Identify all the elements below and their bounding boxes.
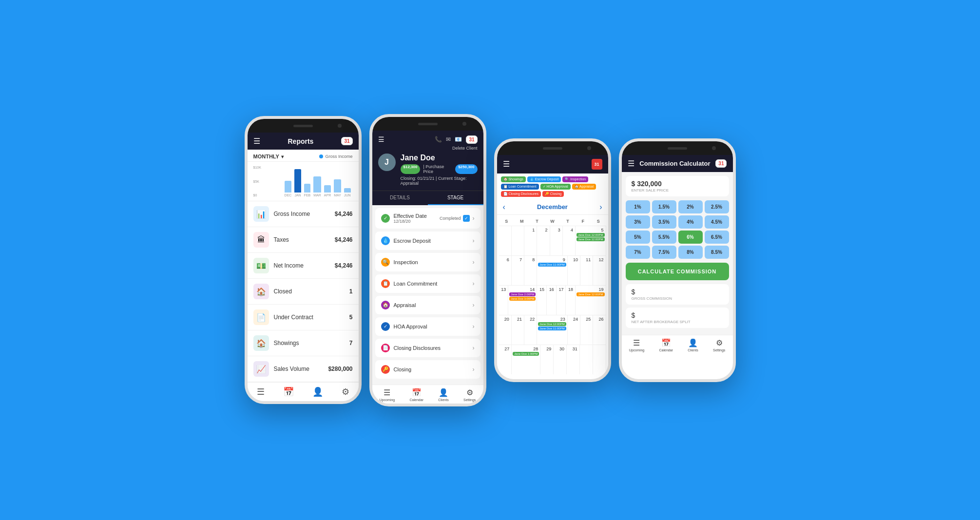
rate-6[interactable]: 6%	[678, 231, 703, 244]
rate-3[interactable]: 3%	[626, 215, 650, 229]
calculate-commission-btn[interactable]: CALCULATE COMMISSION	[626, 263, 729, 280]
check-box: ✓	[463, 215, 470, 222]
effective-right: Completed ✓ ›	[440, 215, 475, 222]
under-contract-icon: 📄	[253, 309, 269, 325]
bar-chart: DEC JAN FEB MAR APR MAY JUN	[283, 168, 353, 197]
closing-info: Closing: 01/21/21 | Current Stage: Appra…	[401, 176, 478, 186]
commission-badge: $12,300	[401, 164, 421, 174]
phone-1: ☰ Reports 31 MONTHLY ▾ Gross Income	[245, 116, 362, 404]
stage-inspection[interactable]: 🔍 Inspection ›	[375, 253, 480, 271]
tab-stage[interactable]: STAGE	[428, 191, 483, 205]
chart-container: $10K $5K $0 DEC JAN FEB MAR APR MAY JUN	[253, 166, 353, 197]
closed-icon: 🏠	[253, 284, 269, 299]
rate-2[interactable]: 2%	[678, 200, 703, 213]
sale-price-box[interactable]: $ 320,000 ENTER SALE PRICE	[626, 176, 729, 196]
gross-commission-box: $ GROSS COMMISSION	[626, 284, 729, 305]
report-net-income: 💵 Net Income $4,246	[248, 253, 359, 279]
cal-cell-15: 15	[537, 286, 547, 315]
stage-appraisal[interactable]: 🏠 Appraisal ›	[375, 296, 480, 314]
cal-cell-29: 29	[540, 345, 554, 374]
nav-list-1[interactable]: ☰	[257, 386, 265, 397]
purchase-price-badge: $250,300	[455, 164, 477, 174]
nav-settings-1[interactable]: ⚙	[342, 386, 349, 397]
rate-5[interactable]: 5%	[626, 231, 650, 244]
bar-mar: MAR	[313, 176, 321, 197]
cal-cell-18: 18	[566, 286, 576, 315]
rate-5-5[interactable]: 5.5%	[652, 231, 676, 244]
hamburger-icon-3[interactable]: ☰	[503, 159, 510, 169]
speaker-3	[543, 147, 562, 150]
nav-calendar-2[interactable]: 📅 Calendar	[410, 388, 423, 402]
menu-icon[interactable]: ☰	[378, 135, 384, 144]
rate-1-5[interactable]: 1.5%	[652, 200, 676, 213]
nav-client-1[interactable]: 👤	[312, 386, 323, 397]
nav-upcoming-2[interactable]: ☰ Upcoming	[380, 388, 395, 402]
legend-showings: 🏠 Showings	[501, 176, 526, 182]
stage-effective-date[interactable]: ✓ Effective Date 12/18/20 Completed ✓ ›	[375, 208, 480, 229]
showings-icon: 🏠	[253, 335, 269, 351]
clients-icon-2: 👤	[439, 388, 448, 397]
cal-grid: S M T W T F S 1 2 3 4 5	[497, 215, 608, 376]
notch-3	[497, 141, 608, 155]
stage-text-effective: Effective Date 12/18/20	[394, 213, 427, 224]
rate-1[interactable]: 1%	[626, 200, 650, 213]
rate-3-5[interactable]: 3.5%	[652, 215, 676, 229]
rate-7[interactable]: 7%	[626, 246, 650, 259]
tabs-bar: DETAILS STAGE	[372, 191, 483, 205]
stage-dot-effective: ✓	[381, 214, 390, 223]
rate-7-5[interactable]: 7.5%	[652, 246, 676, 259]
cal-cell-empty-1	[499, 226, 512, 255]
calendar-icon-2: 📅	[412, 388, 422, 397]
stage-hoa-approval[interactable]: ✓ HOA Approval ›	[375, 317, 480, 336]
rate-8-5[interactable]: 8.5%	[705, 246, 729, 259]
nav-settings-2[interactable]: ⚙ Settings	[463, 388, 476, 402]
nav-upcoming-4[interactable]: ☰ Upcoming	[629, 338, 645, 352]
stage-dot-hoa: ✓	[381, 322, 390, 331]
calc-title: Commission Calculator	[639, 160, 710, 167]
monthly-label: MONTHLY ▾	[253, 154, 284, 159]
cal-cell-25: 25	[580, 315, 593, 345]
nav-calendar-4[interactable]: 📅 Calendar	[659, 338, 673, 352]
reports-title: Reports	[288, 137, 313, 145]
delete-client-btn[interactable]: Delete Client	[452, 146, 478, 151]
notch-2	[372, 117, 483, 131]
stage-closing[interactable]: 🔑 Closing ›	[375, 360, 480, 379]
hamburger-icon[interactable]: ☰	[253, 136, 260, 146]
cal-cell-26: 26	[593, 315, 606, 345]
next-month-btn[interactable]: ›	[599, 203, 602, 212]
report-under-contract: 📄 Under Contract 5	[248, 305, 359, 330]
calendar-icon-4: 📅	[661, 338, 671, 347]
cal-cell-empty-2	[512, 226, 524, 255]
legend-closing: 🔑 Closing	[542, 191, 564, 197]
cal-cell-31: 31	[567, 345, 580, 374]
cal-month: December	[537, 203, 568, 211]
nav-clients-4[interactable]: 👤 Clients	[688, 338, 698, 352]
hamburger-icon-4[interactable]: ☰	[628, 159, 634, 168]
nav-clients-2[interactable]: 👤 Clients	[438, 388, 448, 402]
tab-details[interactable]: DETAILS	[372, 191, 428, 205]
cal-cell-9: 9 Jane Doe 11:00PM	[537, 256, 567, 285]
notch-1	[248, 119, 359, 133]
prev-month-btn[interactable]: ‹	[503, 203, 505, 212]
gross-dot	[319, 154, 323, 158]
reports-body: MONTHLY ▾ Gross Income $10K $5K	[248, 150, 359, 382]
rate-6-5[interactable]: 6.5%	[705, 231, 729, 244]
nav-calendar-1[interactable]: 📅	[283, 386, 294, 397]
rate-2-5[interactable]: 2.5%	[705, 200, 729, 213]
cal-week-4: 20 21 22 23 Jane Doe 12:00PM Jane Doe 11…	[499, 315, 606, 345]
stage-loan-commitment[interactable]: 📋 Loan Commitment ›	[375, 274, 480, 293]
rate-4[interactable]: 4%	[678, 215, 703, 229]
net-income-icon: 💵	[253, 258, 269, 273]
event-19a: Jane Doe 12:00PM	[576, 292, 604, 296]
stage-escrow-deposit[interactable]: 💧 Escrow Deposit ›	[375, 231, 480, 250]
calendar-badge-4: 31	[715, 159, 727, 168]
cal-cell-empty-3	[580, 345, 593, 374]
nav-settings-4[interactable]: ⚙ Settings	[713, 338, 725, 352]
sales-volume-icon: 📈	[253, 361, 269, 377]
rate-8[interactable]: 8%	[678, 246, 703, 259]
rate-4-5[interactable]: 4.5%	[705, 215, 729, 229]
stage-left-effective: ✓ Effective Date 12/18/20	[381, 213, 427, 224]
stage-closing-disclosures[interactable]: 📄 Closing Disclosures ›	[375, 339, 480, 357]
event-5b: Jane Doe 12:00PM	[576, 237, 604, 241]
chevron-effective: ›	[473, 215, 475, 222]
